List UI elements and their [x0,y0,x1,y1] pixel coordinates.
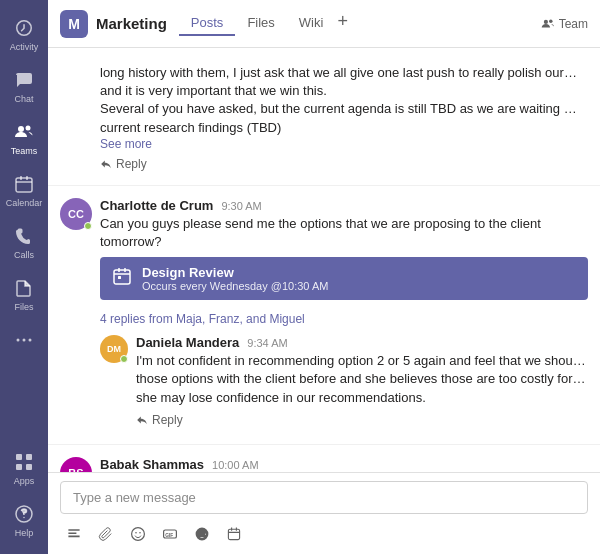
svg-rect-8 [16,464,22,470]
online-indicator-daniela [120,355,128,363]
message-item-3: BS Babak Shammas 10:00 AM Daniela, Daich… [60,453,588,472]
channel-avatar-initial: M [68,16,80,32]
replies-link-charlotte[interactable]: 4 replies from Maja, Franz, and Miguel [100,312,588,326]
avatar-babak: BS [60,457,92,472]
schedule-icon [226,526,242,542]
attach-icon [98,526,114,542]
thread-replies-2: 4 replies from Maja, Franz, and Miguel D… [100,308,588,436]
reply-text-daniela-3: she may lose confidence in our recommend… [136,389,588,407]
online-indicator-charlotte [84,222,92,230]
emoji-icon [130,526,146,542]
reply-header-daniela: Daniela Mandera 9:34 AM [136,335,588,350]
main-area: M Marketing Posts Files Wiki + Team long… [48,0,600,554]
sender-daniela: Daniela Mandera [136,335,239,350]
message-thread-3: BS Babak Shammas 10:00 AM Daniela, Daich… [48,449,600,472]
sidebar-item-chat[interactable]: Chat [0,60,48,112]
sidebar: Activity Chat Teams Calendar Calls Files [0,0,48,554]
tab-wiki[interactable]: Wiki [287,11,336,36]
svg-point-17 [135,532,137,534]
reply-button-1[interactable]: Reply [100,155,588,173]
svg-point-0 [18,126,24,132]
add-tab-button[interactable]: + [337,11,348,36]
sidebar-item-calls-label: Calls [14,250,34,260]
emoji-button[interactable] [124,520,152,548]
message-text-1b: and it is very important that we win thi… [100,82,588,100]
help-icon [12,502,36,526]
apps-label: Apps [14,476,35,486]
svg-rect-9 [26,464,32,470]
sender-babak: Babak Shammas [100,457,204,472]
sidebar-item-activity-label: Activity [10,42,39,52]
svg-rect-14 [114,270,130,284]
svg-text:GIF: GIF [165,533,173,538]
svg-rect-7 [26,454,32,460]
svg-point-4 [23,339,26,342]
sender-charlotte: Charlotte de Crum [100,198,213,213]
sidebar-item-chat-label: Chat [14,94,33,104]
avatar-daniela: DM [100,335,128,363]
sticker-button[interactable] [188,520,216,548]
sidebar-item-teams[interactable]: Teams [0,112,48,164]
message-header-2: Charlotte de Crum 9:30 AM [100,198,588,213]
message-text-charlotte: Can you guys please send me the options … [100,215,588,251]
event-calendar-icon [112,266,132,291]
time-daniela: 9:34 AM [247,337,287,349]
schedule-button[interactable] [220,520,248,548]
message-content-2: Charlotte de Crum 9:30 AM Can you guys p… [100,198,588,304]
message-input-placeholder: Type a new message [73,490,196,505]
svg-rect-2 [16,178,32,192]
svg-point-13 [549,19,553,23]
calendar-icon [12,172,36,196]
gif-button[interactable]: GIF [156,520,184,548]
reply-label-daniela: Reply [152,413,183,427]
time-charlotte: 9:30 AM [221,200,261,212]
team-icon [541,17,555,31]
sidebar-item-calls[interactable]: Calls [0,216,48,268]
svg-point-11 [23,517,25,519]
message-text-1c: Several of you have asked, but the curre… [100,100,580,118]
reply-text-daniela-1: I'm not confident in recommending option… [136,352,588,370]
gif-icon: GIF [162,526,178,542]
sidebar-item-files[interactable]: Files [0,268,48,320]
tab-files[interactable]: Files [235,11,286,36]
reply-content-daniela: Daniela Mandera 9:34 AM I'm not confiden… [136,335,588,429]
message-text-1d: current research findings (TBD) [100,119,580,137]
message-text-1a: long history with them, I just ask that … [100,64,580,82]
team-label-area: Team [541,17,588,31]
attach-button[interactable] [92,520,120,548]
chat-icon [12,68,36,92]
sidebar-item-calendar[interactable]: Calendar [0,164,48,216]
files-icon [12,276,36,300]
message-input[interactable]: Type a new message [60,481,588,514]
help-label: Help [15,528,34,538]
reply-icon-1 [100,158,112,170]
format-icon [66,526,82,542]
svg-point-18 [139,532,141,534]
team-label-text: Team [559,17,588,31]
reply-text-daniela-2: those options with the client before and… [136,370,588,388]
svg-point-16 [132,528,145,541]
svg-point-12 [543,19,547,23]
sidebar-item-more[interactable] [0,320,48,360]
reply-button-daniela[interactable]: Reply [136,411,588,429]
event-card-design-review[interactable]: Design Review Occurs every Wednesday @10… [100,257,588,300]
messages-area: long history with them, I just ask that … [48,48,600,472]
sidebar-item-activity[interactable]: Activity [0,8,48,60]
channel-header: M Marketing Posts Files Wiki + Team [48,0,600,48]
message-item-1: long history with them, I just ask that … [60,60,588,177]
svg-rect-6 [16,454,22,460]
message-content-1: long history with them, I just ask that … [100,64,588,173]
more-icon [12,328,36,352]
format-button[interactable] [60,520,88,548]
event-title: Design Review [142,265,328,280]
sidebar-item-help[interactable]: Help [12,494,36,546]
sidebar-item-teams-label: Teams [11,146,38,156]
see-more-link[interactable]: See more [100,137,588,151]
activity-icon [12,16,36,40]
event-info: Design Review Occurs every Wednesday @10… [142,265,328,292]
sidebar-item-apps[interactable]: Apps [12,442,36,494]
avatar-placeholder-1 [60,64,92,173]
svg-rect-21 [228,529,239,539]
message-header-3: Babak Shammas 10:00 AM [100,457,588,472]
tab-posts[interactable]: Posts [179,11,236,36]
